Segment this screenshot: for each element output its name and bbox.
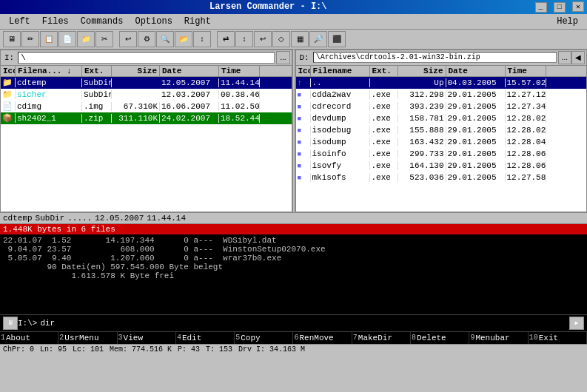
left-panel-btn[interactable]: ... (276, 51, 289, 64)
cmd-line: 🖥 I:\> ▶ (0, 314, 587, 331)
tb-btn-3[interactable]: 📋 (40, 31, 58, 47)
tb-btn-14[interactable]: ↩ (254, 31, 272, 47)
file-icon: 📁 (1, 78, 16, 87)
fkey-label: Delete (417, 334, 446, 342)
right-col-time[interactable]: Time (506, 66, 546, 76)
tb-btn-9[interactable]: 🔍 (156, 31, 174, 47)
menu-options[interactable]: Options (129, 16, 178, 27)
file-date: 29.01.2005 (446, 149, 506, 158)
close-button[interactable]: ✕ (572, 1, 584, 12)
left-col-date[interactable]: Date (160, 66, 219, 76)
left-file-row[interactable]: 📁 cdtemp SubDir 12.05.2007 11.44.14 (1, 77, 292, 89)
fkey-copy[interactable]: 5Copy (235, 332, 293, 344)
file-time: 12.28.02 (506, 114, 546, 123)
left-status-bar: cdtemp SubDir ..... 12.05.2007 11.44.14 (0, 212, 587, 223)
left-col-name[interactable]: Filena... ↓ (16, 66, 82, 76)
tb-btn-10[interactable]: 📂 (175, 31, 192, 47)
fkey-edit[interactable]: 4Edit (176, 332, 235, 344)
menu-right[interactable]: Right (178, 16, 217, 27)
right-panel-btn[interactable]: ... (558, 51, 571, 64)
right-col-size[interactable]: Size (398, 66, 446, 76)
tb-btn-12[interactable]: ⇄ (217, 31, 235, 47)
tb-btn-4[interactable]: 📄 (58, 31, 76, 47)
file-date: 16.06.2007 (160, 102, 219, 111)
left-panel-header: I: \ ... (1, 50, 292, 66)
fkey-label: View (124, 334, 143, 342)
right-file-row[interactable]: ■ mkisofs .exe 523.036 29.01.2005 12.27.… (296, 172, 587, 183)
left-status-dots: ..... (67, 214, 92, 223)
right-panel: D: \Archives\cdrtools-2.01-win32-bin.zip… (295, 50, 588, 212)
fkey-view[interactable]: 3View (118, 332, 176, 344)
file-name: .. (311, 78, 370, 87)
tb-btn-16[interactable]: ▦ (291, 31, 309, 47)
file-date: 29.01.2005 (446, 138, 506, 146)
left-file-row[interactable]: 📄 cdimg .img 67.310K 16.06.2007 11.02.50 (1, 101, 292, 112)
left-file-row[interactable]: 📦 sh2402_1 .zip 311.110K 24.02.2007 18.5… (1, 112, 292, 124)
tb-btn-15[interactable]: ◇ (272, 31, 290, 47)
right-file-row[interactable]: ■ devdump .exe 158.781 29.01.2005 12.28.… (296, 112, 587, 124)
fkey-menubar[interactable]: 9Menubar (469, 332, 528, 344)
file-time: 12.27.12 (506, 90, 546, 99)
left-file-row[interactable]: 📁 sicher SubDir 12.03.2007 00.38.46 (1, 89, 292, 101)
file-time: 11.02.50 (219, 102, 260, 111)
right-file-row[interactable]: ■ cdda2wav .exe 312.298 29.01.2005 12.27… (296, 89, 587, 101)
bs-drv: Drv I: 34.163 M (238, 345, 305, 354)
file-size: 312.298 (398, 90, 446, 99)
file-time: 00.38.46 (219, 90, 260, 99)
file-name: cdda2wav (311, 90, 370, 99)
file-ext: SubDir (82, 90, 112, 99)
tb-btn-17[interactable]: 🔎 (309, 31, 327, 47)
file-ext: .exe (370, 161, 398, 170)
fkey-label: Menubar (475, 334, 509, 342)
tb-btn-13[interactable]: ↕ (235, 31, 253, 47)
minimize-button[interactable]: _ (535, 2, 547, 13)
fkey-delete[interactable]: 8Delete (411, 332, 469, 344)
menu-commands[interactable]: Commands (75, 16, 130, 27)
left-col-ext[interactable]: Ext. (82, 66, 112, 76)
fkey-label: Copy (241, 334, 260, 342)
right-file-row[interactable]: ↑ .. Up 04.03.2005 15.57.02 (296, 77, 587, 89)
right-file-row[interactable]: ■ isoinfo .exe 299.733 29.01.2005 12.28.… (296, 148, 587, 160)
tb-btn-6[interactable]: ✂ (95, 31, 113, 47)
tb-btn-1[interactable]: 🖥 (3, 31, 21, 47)
file-ext: SubDir (82, 78, 112, 87)
right-col-ext[interactable]: Ext. ↑ (370, 66, 398, 76)
fkey-about[interactable]: 1About (0, 332, 58, 344)
right-file-row[interactable]: ■ isovfy .exe 164.130 29.01.2005 12.28.0… (296, 160, 587, 172)
file-ext: .exe (370, 102, 398, 111)
right-path: \Archives\cdrtools-2.01-win32-bin.zip (313, 52, 557, 63)
fkey-label: UsrMenu (64, 334, 98, 342)
right-panel-scroll[interactable]: ◀ (571, 51, 585, 64)
right-col-name[interactable]: Filename (311, 66, 370, 76)
cmd-icon-left[interactable]: 🖥 (3, 317, 18, 330)
cmd-icon-right[interactable]: ▶ (569, 317, 584, 330)
file-icon: ■ (296, 126, 311, 135)
right-col-date[interactable]: Date (446, 66, 506, 76)
right-col-icon: Icon (296, 66, 311, 76)
left-col-time[interactable]: Time (219, 66, 260, 76)
tb-btn-2[interactable]: ✏ (21, 31, 39, 47)
left-col-size[interactable]: Size (112, 66, 160, 76)
right-drive-label: D: (298, 53, 312, 62)
tb-btn-8[interactable]: ⚙ (138, 31, 155, 47)
cmd-input[interactable] (40, 319, 566, 328)
file-name: devdump (311, 114, 370, 123)
fkey-makedir[interactable]: 7MakeDir (352, 332, 411, 344)
tb-btn-11[interactable]: ↕ (193, 31, 211, 47)
fkey-renmove[interactable]: 6RenMove (293, 332, 352, 344)
menu-files[interactable]: Files (36, 16, 75, 27)
file-ext: .exe (370, 173, 398, 182)
right-file-row[interactable]: ■ isodebug .exe 155.888 29.01.2005 12.28… (296, 124, 587, 136)
file-time: 18.52.44 (219, 114, 260, 123)
right-file-row[interactable]: ■ isodump .exe 163.432 29.01.2005 12.28.… (296, 136, 587, 148)
menu-help[interactable]: Help (551, 16, 584, 27)
fkey-exit[interactable]: 10Exit (529, 332, 587, 344)
right-file-row[interactable]: ■ cdrecord .exe 393.239 29.01.2005 12.27… (296, 101, 587, 112)
maximize-button[interactable]: □ (554, 2, 566, 13)
tb-btn-5[interactable]: 📁 (77, 31, 95, 47)
fkey-usrmenu[interactable]: 2UsrMenu (58, 332, 117, 344)
tb-btn-7[interactable]: ↩ (119, 31, 137, 47)
file-icon: ■ (296, 90, 311, 99)
menu-left[interactable]: Left (3, 16, 36, 27)
tb-btn-18[interactable]: ⬛ (328, 31, 346, 47)
